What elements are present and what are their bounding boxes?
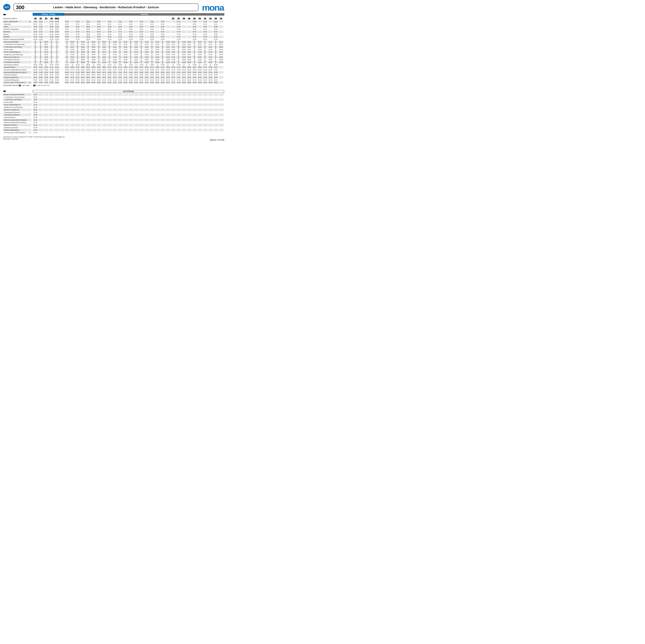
empty-cell bbox=[198, 129, 202, 131]
empty-cell bbox=[155, 103, 160, 106]
empty-cell bbox=[59, 129, 64, 131]
empty-cell bbox=[118, 121, 123, 124]
empty-cell bbox=[59, 101, 64, 103]
skip-squiggle-cell bbox=[197, 63, 202, 66]
time-cell: 12.37 bbox=[128, 23, 133, 25]
empty-cell bbox=[219, 131, 224, 134]
time-cell: 13.47 bbox=[139, 66, 144, 69]
empty-cell bbox=[123, 129, 128, 131]
time-cell: 14.41 bbox=[150, 28, 155, 31]
note-cell: HS bbox=[49, 17, 54, 20]
empty-cell bbox=[113, 36, 117, 38]
empty-cell bbox=[171, 121, 176, 124]
skip-squiggle-cell bbox=[86, 61, 90, 63]
time-cell: 20.31 bbox=[197, 43, 202, 46]
time-cell: 17.11 bbox=[171, 71, 176, 74]
time-cell: 20.41 bbox=[197, 71, 202, 74]
empty-cell bbox=[134, 101, 139, 103]
empty-cell bbox=[145, 116, 149, 119]
station-name: - Residenz/Pfeilergraben bbox=[3, 79, 19, 81]
empty-cell bbox=[44, 33, 49, 36]
time-cell: 21.50 bbox=[49, 74, 54, 76]
empty-cell bbox=[187, 121, 192, 124]
empty-cell bbox=[102, 30, 106, 33]
skip-squiggle-cell bbox=[38, 61, 43, 63]
time-cell: 10.16 bbox=[102, 81, 106, 84]
empty-cell bbox=[208, 93, 213, 96]
empty-cell bbox=[166, 103, 171, 106]
skip-squiggle-cell bbox=[96, 56, 101, 58]
empty-cell bbox=[118, 106, 123, 109]
skip-squiggle-cell bbox=[65, 61, 69, 63]
time-cell: 16.14 bbox=[166, 79, 170, 81]
skip-squiggle-cell bbox=[33, 46, 38, 48]
time-cell: 09.14 bbox=[91, 79, 96, 81]
column-spacer bbox=[60, 25, 64, 28]
time-cell: 21.54 bbox=[49, 81, 54, 84]
skip-squiggle-cell bbox=[128, 46, 133, 48]
station-name: - T.-Dannheimer-Str./Ostrachweg bbox=[3, 44, 24, 45]
empty-cell bbox=[182, 103, 187, 106]
empty-cell bbox=[81, 106, 85, 109]
station-name: - Memminger Str./Breite bbox=[3, 64, 19, 65]
empty-cell bbox=[150, 103, 155, 106]
footer-info-line2: Änderungen vorbehalten. bbox=[3, 138, 65, 140]
time-cell: 11.42 bbox=[118, 30, 123, 33]
empty-cell bbox=[166, 129, 171, 131]
empty-cell bbox=[155, 30, 160, 33]
empty-cell bbox=[107, 126, 112, 129]
empty-cell bbox=[123, 119, 128, 121]
empty-cell bbox=[219, 25, 223, 28]
skip-squiggle-cell bbox=[192, 56, 197, 58]
empty-cell bbox=[144, 28, 149, 31]
time-cell: 12.46 bbox=[128, 63, 133, 66]
time-cell: 21.43 bbox=[49, 33, 54, 36]
time-cell: 11.37 bbox=[118, 23, 123, 25]
time-cell: 13.51 bbox=[139, 76, 144, 79]
empty-cell bbox=[118, 103, 123, 106]
empty-cell bbox=[192, 131, 197, 134]
note-cell bbox=[80, 17, 85, 20]
skip-squiggle-cell bbox=[213, 46, 218, 48]
time-cell: 17.48 bbox=[176, 68, 181, 71]
empty-cell bbox=[91, 101, 96, 103]
column-spacer bbox=[60, 43, 64, 46]
empty-cell bbox=[113, 114, 118, 116]
empty-cell bbox=[113, 129, 118, 131]
time-cell: 08.44 bbox=[86, 36, 90, 38]
empty-cell bbox=[129, 126, 134, 129]
time-cell: 10.09 bbox=[102, 66, 106, 69]
skip-squiggle-cell bbox=[86, 58, 90, 61]
empty-cell bbox=[166, 126, 171, 129]
empty-cell bbox=[91, 124, 96, 126]
time-cell: 20.39 bbox=[197, 66, 202, 69]
empty-cell bbox=[102, 38, 106, 41]
time-cell: 09.45 bbox=[96, 38, 101, 41]
empty-cell bbox=[123, 124, 128, 126]
empty-cell bbox=[123, 111, 128, 114]
note-cell bbox=[144, 17, 149, 20]
time-cell: 07.13 bbox=[70, 76, 75, 79]
time-cell: 10.01 bbox=[102, 43, 106, 46]
time-cell: 19.42 bbox=[38, 30, 43, 33]
time-cell: 18.02 bbox=[182, 46, 186, 48]
empty-cell bbox=[59, 111, 64, 114]
time-cell: 18.34 bbox=[187, 51, 192, 53]
skip-squiggle-cell bbox=[150, 58, 155, 61]
note-cell bbox=[118, 17, 123, 20]
empty-cell bbox=[123, 101, 128, 103]
time-cell: 18.39 bbox=[33, 25, 38, 28]
time-cell: 20.33 bbox=[197, 48, 202, 51]
time-cell: 09.08 bbox=[91, 61, 96, 63]
empty-cell bbox=[38, 98, 43, 101]
skip-squiggle-cell bbox=[65, 56, 69, 58]
empty-cell bbox=[187, 126, 192, 129]
time-cell: 11.05 bbox=[113, 53, 117, 56]
time-cell: 23.46 bbox=[213, 63, 218, 66]
skip-squiggle-cell bbox=[44, 63, 49, 66]
empty-cell bbox=[59, 116, 64, 119]
empty-cell bbox=[80, 28, 85, 31]
empty-cell bbox=[70, 36, 75, 38]
empty-cell bbox=[59, 121, 64, 124]
empty-cell bbox=[208, 36, 213, 38]
